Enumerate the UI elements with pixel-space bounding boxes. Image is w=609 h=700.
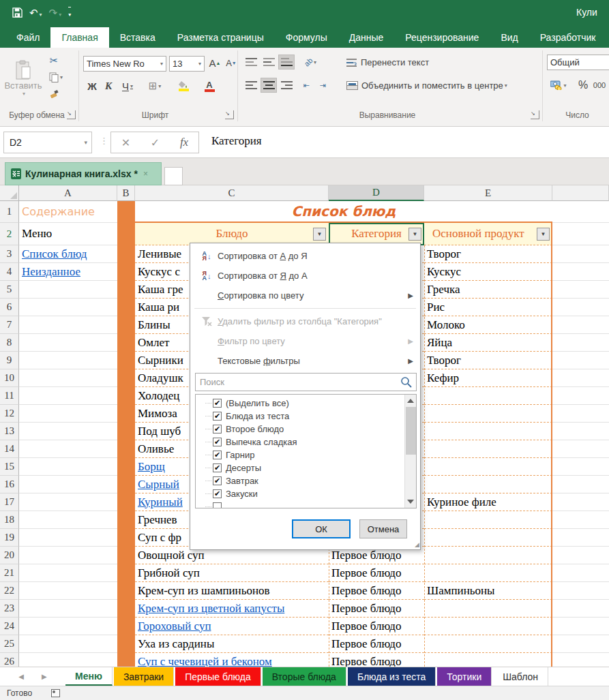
- cell-c21[interactable]: Грибной суп: [135, 564, 329, 582]
- row-number[interactable]: 13: [0, 423, 19, 440]
- cell-a23[interactable]: [19, 600, 117, 618]
- cell-e20[interactable]: [424, 547, 552, 564]
- cell-e21[interactable]: [424, 564, 552, 582]
- cell-a24[interactable]: [19, 618, 117, 635]
- checkbox-icon[interactable]: ✔: [213, 451, 222, 459]
- cell-e10[interactable]: Кефир: [424, 369, 552, 387]
- cell-e24[interactable]: [424, 618, 552, 635]
- font-size-combo[interactable]: 13▾: [169, 56, 205, 72]
- cell-a3[interactable]: Список блюд: [19, 245, 117, 263]
- cell-f4[interactable]: [552, 263, 609, 281]
- filter-checkbox-item[interactable]: ✔Гарнир: [196, 448, 416, 461]
- column-header-f[interactable]: [552, 185, 609, 201]
- column-header-d[interactable]: D: [329, 185, 424, 201]
- cell-a2[interactable]: Меню: [19, 223, 117, 245]
- align-left-icon[interactable]: [243, 78, 259, 93]
- scrollbar[interactable]: [404, 395, 416, 508]
- checkbox-icon[interactable]: ✔: [213, 489, 222, 498]
- checkbox-icon[interactable]: [213, 502, 222, 508]
- row-number[interactable]: 25: [0, 635, 19, 653]
- formula-bar-splitter[interactable]: ⋮: [100, 136, 108, 146]
- currency-icon[interactable]: ▾: [547, 78, 570, 93]
- cell-a17[interactable]: [19, 493, 117, 511]
- row-number[interactable]: 24: [0, 618, 19, 635]
- row-number[interactable]: 3: [0, 245, 19, 263]
- filter-menu-item[interactable]: Текстовые фильтры▶: [190, 351, 420, 371]
- orientation-icon[interactable]: ab▾: [299, 55, 322, 70]
- ribbon-tab-Главная[interactable]: Главная: [50, 27, 108, 48]
- cell-d21[interactable]: Первое блюдо: [329, 564, 424, 582]
- thousands-icon[interactable]: 000: [591, 78, 608, 93]
- row-number[interactable]: 12: [0, 405, 19, 423]
- filter-checkbox-item[interactable]: ✔Завтрак: [196, 474, 416, 487]
- increase-indent-icon[interactable]: ⇥: [315, 78, 330, 93]
- row-number[interactable]: 8: [0, 334, 19, 352]
- align-top-icon[interactable]: [243, 55, 259, 70]
- row-number[interactable]: 5: [0, 281, 19, 299]
- qat-customize-icon[interactable]: ▾: [68, 7, 71, 22]
- row-number[interactable]: 4: [0, 263, 19, 281]
- row-number[interactable]: 23: [0, 600, 19, 618]
- cell-e8[interactable]: Яйца: [424, 334, 552, 352]
- cell-f7[interactable]: [552, 316, 609, 334]
- cell-d22[interactable]: Первое блюдо: [329, 582, 424, 600]
- filter-checkbox-item[interactable]: ✔Закуски: [196, 487, 416, 500]
- sheet-tab-Вторые блюда[interactable]: Вторые блюда: [263, 667, 346, 686]
- cell-e15[interactable]: [424, 458, 552, 476]
- row-number[interactable]: 14: [0, 440, 19, 458]
- search-input[interactable]: [195, 373, 417, 391]
- font-color-icon[interactable]: А: [198, 78, 221, 94]
- cell-f15[interactable]: [552, 458, 609, 476]
- ribbon-tab-Данные[interactable]: Данные: [338, 27, 395, 48]
- ribbon-tab-Рецензирование[interactable]: Рецензирование: [394, 27, 490, 48]
- cell-a6[interactable]: [19, 299, 117, 316]
- font-dialog-launcher[interactable]: ↘: [225, 110, 234, 119]
- checkbox-icon[interactable]: ✔: [213, 399, 222, 408]
- row-number[interactable]: 17: [0, 493, 19, 511]
- ribbon-tab-Вставка[interactable]: Вставка: [109, 27, 166, 48]
- row-number[interactable]: 10: [0, 369, 19, 387]
- checkbox-icon[interactable]: ✔: [213, 476, 222, 485]
- cell-a1[interactable]: Содержание: [19, 201, 117, 223]
- cell-a7[interactable]: [19, 316, 117, 334]
- underline-button[interactable]: Ч▾: [117, 78, 138, 94]
- cell-a12[interactable]: [19, 405, 117, 423]
- cell-a25[interactable]: [19, 635, 117, 653]
- cell-f16[interactable]: [552, 476, 609, 493]
- number-format-combo[interactable]: Общий: [547, 55, 609, 70]
- cell-f26[interactable]: [552, 653, 609, 667]
- borders-icon[interactable]: ⊞▾: [143, 78, 166, 94]
- sheet-title[interactable]: Список блюд: [135, 201, 552, 222]
- cell-f10[interactable]: [552, 369, 609, 387]
- cell-a15[interactable]: [19, 458, 117, 476]
- column-header-c[interactable]: C: [135, 185, 329, 201]
- cell-d25[interactable]: Первое блюдо: [329, 635, 424, 653]
- cell-e17[interactable]: Куриное филе: [424, 493, 552, 511]
- row-number[interactable]: 1: [0, 201, 19, 223]
- workbook-tab[interactable]: Кулинарная книга.xlsx * ×: [5, 162, 162, 185]
- filter-menu-item[interactable]: ЯА↓Сортировка от Я до А: [190, 266, 420, 286]
- cell-f11[interactable]: [552, 387, 609, 405]
- formula-input[interactable]: Категория: [211, 134, 262, 148]
- cell-f6[interactable]: [552, 299, 609, 316]
- cell-a18[interactable]: [19, 511, 117, 529]
- cell-a5[interactable]: [19, 281, 117, 299]
- row-number[interactable]: 11: [0, 387, 19, 405]
- row-number[interactable]: 18: [0, 511, 19, 529]
- filter-button-e[interactable]: ▼: [537, 228, 550, 241]
- search-icon[interactable]: [400, 376, 412, 388]
- cell-c24[interactable]: Гороховый суп: [135, 618, 329, 635]
- paste-button[interactable]: Вставить ▾: [7, 53, 40, 104]
- macro-record-icon[interactable]: [51, 689, 60, 697]
- row-number[interactable]: 21: [0, 564, 19, 582]
- filter-button-c[interactable]: ▼: [313, 228, 326, 241]
- new-workbook-tab-stub[interactable]: [164, 167, 183, 185]
- cell-f2[interactable]: [552, 223, 609, 245]
- resize-grip[interactable]: ◢: [415, 541, 419, 548]
- filter-checkbox-item[interactable]: ✔Выпечка сладкая: [196, 436, 416, 448]
- checkbox-icon[interactable]: ✔: [213, 463, 222, 472]
- name-box[interactable]: D2▾: [3, 132, 92, 153]
- filter-checkbox-item[interactable]: [196, 500, 416, 508]
- row-number[interactable]: 19: [0, 529, 19, 547]
- sheet-tab-Завтраки[interactable]: Завтраки: [114, 667, 174, 686]
